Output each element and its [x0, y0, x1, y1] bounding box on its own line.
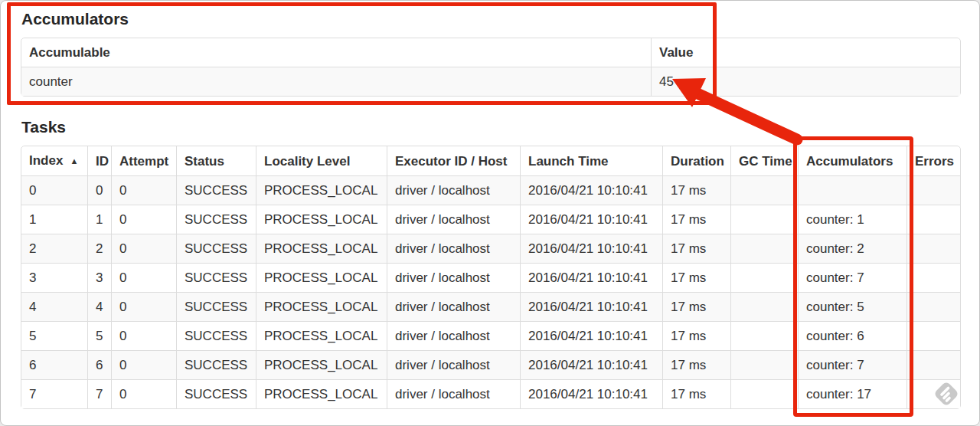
column-header-accumulators[interactable]: Accumulators — [798, 146, 906, 175]
column-header-accumulable: Accumulable — [21, 38, 651, 67]
column-header-executor-id-host[interactable]: Executor ID / Host — [387, 146, 520, 175]
table-cell: 2 — [87, 234, 111, 263]
table-row: counter45 — [21, 67, 960, 96]
table-cell: SUCCESS — [176, 175, 256, 205]
column-header-launch-time[interactable]: Launch Time — [520, 146, 662, 175]
table-cell — [730, 321, 798, 350]
column-header-index[interactable]: Index▲ — [21, 146, 87, 175]
table-cell: driver / localhost — [387, 263, 520, 292]
table-cell: 0 — [111, 234, 176, 263]
table-cell: counter: 2 — [798, 234, 906, 263]
table-cell: 2016/04/21 10:10:41 — [520, 234, 662, 263]
table-cell — [906, 263, 960, 292]
table-cell: 5 — [87, 321, 111, 350]
table-cell: 2016/04/21 10:10:41 — [520, 263, 662, 292]
table-cell: 3 — [87, 263, 111, 292]
table-row: 660SUCCESSPROCESS_LOCALdriver / localhos… — [21, 350, 960, 379]
table-cell — [906, 175, 960, 205]
table-cell: 17 ms — [662, 321, 730, 350]
table-cell — [730, 263, 798, 292]
table-cell: 0 — [111, 205, 176, 234]
column-header-label: Duration — [671, 154, 724, 169]
column-header-duration[interactable]: Duration — [662, 146, 730, 175]
column-header-errors[interactable]: Errors — [906, 146, 960, 175]
table-cell: 17 ms — [662, 205, 730, 234]
column-header-attempt[interactable]: Attempt — [111, 146, 176, 175]
table-cell: 45 — [651, 67, 960, 96]
table-cell — [906, 292, 960, 321]
table-cell: 2016/04/21 10:10:41 — [520, 205, 662, 234]
table-cell: 17 ms — [662, 263, 730, 292]
column-header-label: GC Time — [739, 154, 792, 169]
table-cell: PROCESS_LOCAL — [256, 263, 387, 292]
table-cell: 17 ms — [662, 292, 730, 321]
table-row: 770SUCCESSPROCESS_LOCALdriver / localhos… — [21, 379, 960, 408]
table-cell: SUCCESS — [176, 321, 256, 350]
column-header-label: Launch Time — [528, 154, 609, 169]
column-header-locality-level[interactable]: Locality Level — [256, 146, 387, 175]
table-cell: 17 ms — [662, 350, 730, 379]
column-header-label: Executor ID / Host — [395, 154, 507, 169]
table-cell: driver / localhost — [387, 379, 520, 408]
table-cell — [730, 350, 798, 379]
table-cell — [906, 379, 960, 408]
column-header-id[interactable]: ID — [87, 146, 111, 175]
table-cell: 0 — [111, 292, 176, 321]
table-cell: counter: 6 — [798, 321, 906, 350]
table-row: 000SUCCESSPROCESS_LOCALdriver / localhos… — [21, 175, 960, 205]
column-header-label: Accumulable — [29, 45, 110, 60]
column-header-label: Index — [29, 153, 63, 168]
accumulators-section-title: Accumulators — [21, 11, 959, 28]
table-cell: driver / localhost — [387, 350, 520, 379]
table-cell: 4 — [87, 292, 111, 321]
table-cell: driver / localhost — [387, 321, 520, 350]
table-cell: counter: 5 — [798, 292, 906, 321]
table-cell: 3 — [21, 263, 87, 292]
table-cell: 2 — [21, 234, 87, 263]
table-cell: driver / localhost — [387, 205, 520, 234]
header-row: Index▲IDAttemptStatusLocality LevelExecu… — [21, 146, 960, 175]
page-content: Accumulators AccumulableValuecounter45 T… — [1, 1, 979, 409]
table-row: 440SUCCESSPROCESS_LOCALdriver / localhos… — [21, 292, 960, 321]
table-cell: PROCESS_LOCAL — [256, 175, 387, 205]
column-header-label: Locality Level — [264, 154, 350, 169]
table-cell: 2016/04/21 10:10:41 — [520, 321, 662, 350]
table-cell: 17 ms — [662, 175, 730, 205]
table-cell: 4 — [21, 292, 87, 321]
table-cell: 0 — [111, 350, 176, 379]
table-cell: PROCESS_LOCAL — [256, 350, 387, 379]
table-cell: 0 — [87, 175, 111, 205]
table-cell: 17 ms — [662, 234, 730, 263]
table-cell: counter — [21, 67, 651, 96]
column-header-label: ID — [96, 154, 109, 169]
spark-stage-page: Accumulators AccumulableValuecounter45 T… — [0, 0, 980, 426]
table-cell: 6 — [87, 350, 111, 379]
table-cell: driver / localhost — [387, 175, 520, 205]
column-header-gc-time[interactable]: GC Time — [730, 146, 798, 175]
table-cell: 5 — [21, 321, 87, 350]
tasks-table: Index▲IDAttemptStatusLocality LevelExecu… — [21, 146, 961, 409]
table-cell — [730, 379, 798, 408]
table-cell: 2016/04/21 10:10:41 — [520, 350, 662, 379]
table-cell — [906, 321, 960, 350]
table-cell: 6 — [21, 350, 87, 379]
table-row: 110SUCCESSPROCESS_LOCALdriver / localhos… — [21, 205, 960, 234]
table-cell: counter: 7 — [798, 350, 906, 379]
table-cell: SUCCESS — [176, 263, 256, 292]
table-row: 550SUCCESSPROCESS_LOCALdriver / localhos… — [21, 321, 960, 350]
table-cell: 0 — [111, 263, 176, 292]
column-header-label: Accumulators — [806, 154, 893, 169]
table-cell: SUCCESS — [176, 234, 256, 263]
table-cell — [730, 292, 798, 321]
table-cell: 2016/04/21 10:10:41 — [520, 292, 662, 321]
table-cell: 2016/04/21 10:10:41 — [520, 175, 662, 205]
table-cell: SUCCESS — [176, 205, 256, 234]
table-cell: counter: 1 — [798, 205, 906, 234]
table-cell: driver / localhost — [387, 292, 520, 321]
tasks-section-title: Tasks — [21, 119, 959, 136]
column-header-label: Value — [659, 45, 693, 60]
table-cell: PROCESS_LOCAL — [256, 292, 387, 321]
column-header-status[interactable]: Status — [176, 146, 256, 175]
table-cell: 7 — [87, 379, 111, 408]
table-row: 220SUCCESSPROCESS_LOCALdriver / localhos… — [21, 234, 960, 263]
